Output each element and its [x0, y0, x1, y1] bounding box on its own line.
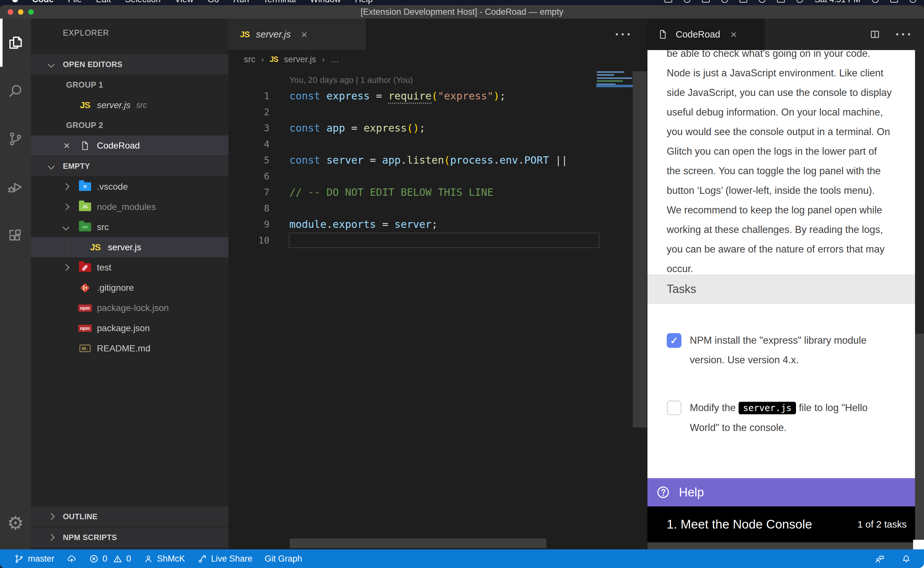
code-line-9[interactable]: 9module.exports = server;: [228, 216, 647, 232]
pencil-icon[interactable]: [759, 0, 766, 3]
menu-item-terminal[interactable]: Terminal: [263, 0, 296, 5]
editor-horizontal-scrollbar[interactable]: [290, 538, 546, 548]
vscode-window: CodeFileEditSelectionViewGoRunTerminalWi…: [0, 0, 924, 568]
chevron-right-icon: [63, 264, 69, 271]
run-debug-icon: [7, 178, 24, 196]
editor-vertical-scrollbar[interactable]: [633, 71, 647, 428]
activity-item-source-control[interactable]: [0, 115, 31, 163]
code-line-10[interactable]: 10: [228, 232, 647, 248]
siri-icon[interactable]: [890, 0, 898, 3]
menu-item-help[interactable]: Help: [355, 0, 373, 5]
code-line-8[interactable]: 8: [228, 200, 647, 216]
sidebar-item-src[interactable]: </>src: [31, 217, 228, 237]
close-icon[interactable]: ×: [301, 28, 307, 41]
breadcrumb-segment[interactable]: src: [244, 54, 255, 65]
lesson-title-bar[interactable]: 1. Meet the Node Console 1 of 2 tasks: [647, 506, 916, 542]
display-icon[interactable]: [665, 0, 672, 3]
sync-icon[interactable]: [684, 0, 690, 3]
settings-gear-icon[interactable]: ⚙: [0, 514, 31, 533]
minimap-selection-highlight: [596, 85, 633, 87]
menu-item-selection[interactable]: Selection: [125, 0, 161, 5]
code-line-4[interactable]: 4: [228, 136, 647, 152]
status-item-0[interactable]: 0: [113, 554, 131, 564]
menu-item-go[interactable]: Go: [208, 0, 219, 5]
menu-item-window[interactable]: Window: [310, 0, 341, 5]
code-line-1[interactable]: 1const express = require("express");: [228, 88, 647, 104]
source-control-icon: [7, 130, 24, 148]
webview-scrollbar-thumb[interactable]: [915, 334, 924, 549]
menu-item-file[interactable]: File: [68, 0, 82, 5]
help-icon: [656, 485, 671, 500]
task-checkbox-1[interactable]: ✓: [667, 333, 681, 348]
activity-item-run-debug[interactable]: [0, 163, 31, 211]
status-item-0[interactable]: 0: [89, 554, 107, 564]
breadcrumb-segment[interactable]: …: [330, 54, 339, 65]
section-header-npm-scripts[interactable]: NPM SCRIPTS: [31, 527, 228, 548]
status-item-git-graph[interactable]: Git Graph: [265, 554, 302, 564]
breadcrumb[interactable]: src›JSserver.js›…: [228, 50, 647, 69]
apple-menu-icon[interactable]: [12, 0, 18, 2]
menu-item-run[interactable]: Run: [233, 0, 249, 5]
sidebar-item-package-json[interactable]: npmpackage.json: [31, 318, 228, 338]
code-line-5[interactable]: 5const server = app.listen(process.env.P…: [228, 152, 647, 168]
task-item-1: ✓NPM install the "express" library modul…: [667, 331, 897, 370]
activity-item-explorer[interactable]: [0, 19, 31, 67]
activity-item-extensions[interactable]: [0, 211, 31, 259]
sidebar-item-server-js[interactable]: JSserver.js: [31, 237, 228, 257]
close-icon[interactable]: ×: [731, 28, 737, 41]
panel-more-actions-icon[interactable]: ···: [895, 27, 913, 42]
activity-item-search[interactable]: [0, 67, 31, 115]
code-line-7[interactable]: 7// -- DO NOT EDIT BELOW THIS LINE: [228, 184, 647, 200]
code-editor[interactable]: You, 20 days ago | 1 author (You) 1const…: [228, 69, 647, 549]
sidebar-item-coderoad[interactable]: ×CodeRoad: [31, 135, 228, 156]
close-icon[interactable]: ×: [63, 135, 70, 156]
sidebar-item-readme-md[interactable]: M↓README.md: [31, 338, 228, 358]
menu-item-code[interactable]: Code: [32, 0, 54, 5]
status-item-bell[interactable]: [901, 554, 911, 564]
webview-scrollbar[interactable]: [915, 50, 924, 549]
help-section-header[interactable]: Help: [647, 478, 916, 506]
status-item-feedback[interactable]: [874, 554, 885, 564]
code-line-6[interactable]: 6: [228, 168, 647, 184]
code-line-3[interactable]: 3const app = express();: [228, 120, 647, 136]
cursor-icon[interactable]: [721, 0, 728, 3]
menu-bar-clock[interactable]: Sat 4:51 PM: [815, 0, 861, 5]
sidebar-item-test[interactable]: test: [31, 257, 228, 278]
sidebar-item--vscode[interactable]: ✕.vscode: [31, 177, 228, 197]
coderoad-webview: be able to check what's going on in your…: [647, 50, 916, 549]
location-icon[interactable]: [740, 0, 747, 3]
volume-icon[interactable]: [796, 0, 803, 3]
editor-actions-more-icon[interactable]: ···: [615, 27, 647, 42]
coderoad-panel: CodeRoad × ··· be able to check what's g…: [647, 19, 924, 549]
status-item-live-share[interactable]: Live Share: [197, 554, 253, 564]
sidebar-item--gitignore[interactable]: .gitignore: [31, 278, 228, 298]
menu-item-view[interactable]: View: [175, 0, 193, 5]
section-header-empty[interactable]: EMPTY: [31, 156, 228, 177]
gitlens-blame-annotation: You, 20 days ago | 1 author (You): [289, 75, 413, 85]
file-icon: [79, 140, 91, 151]
status-item-cloud-upload[interactable]: [67, 554, 77, 564]
sidebar-item-package-lock-json[interactable]: npmpackage-lock.json: [31, 298, 228, 318]
minimap[interactable]: [596, 71, 633, 100]
sidebar-item-node-modules[interactable]: JSnode_modules: [31, 197, 228, 217]
code-line-2[interactable]: 2: [228, 104, 647, 120]
task-checkbox-2[interactable]: [667, 400, 681, 415]
split-editor-icon[interactable]: [869, 29, 881, 40]
status-item-master[interactable]: master: [14, 554, 54, 564]
spotlight-icon[interactable]: [872, 0, 879, 3]
src-folder-icon: </>: [79, 223, 91, 231]
js-file-icon: JS: [90, 242, 100, 252]
window-title-bar[interactable]: [Extension Development Host] - CodeRoad …: [0, 5, 924, 19]
inline-code-chip: server.js: [739, 402, 796, 414]
menu-item-edit[interactable]: Edit: [96, 0, 111, 5]
breadcrumb-segment[interactable]: server.js: [284, 54, 317, 65]
tab-coderoad[interactable]: CodeRoad ×: [647, 19, 765, 50]
record-icon[interactable]: [702, 0, 710, 3]
section-header-open-editors[interactable]: OPEN EDITORS: [31, 54, 228, 75]
sidebar-item-server-js[interactable]: JSserver.jssrc: [31, 95, 228, 115]
tab-server-js[interactable]: JS server.js ×: [228, 19, 366, 50]
section-header-outline[interactable]: OUTLINE: [31, 506, 228, 527]
control-center-icon[interactable]: [910, 0, 916, 3]
battery-icon[interactable]: [777, 0, 785, 3]
status-item-shmck[interactable]: ShMcK: [143, 554, 185, 564]
